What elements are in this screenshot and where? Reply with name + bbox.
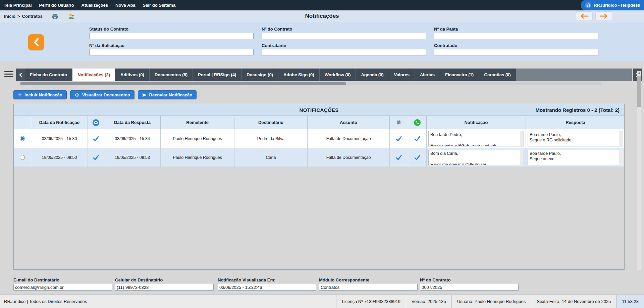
tab-documentos-6[interactable]: Documentos (6) bbox=[150, 69, 193, 81]
cell-assunto: Falta de Documentação bbox=[308, 148, 390, 167]
header-destinatario: Destinatário bbox=[234, 116, 308, 129]
filter-numero-pasta-input[interactable] bbox=[434, 33, 598, 39]
detail-numero-contrato: Nº do Contrato bbox=[420, 277, 519, 291]
breadcrumb-home[interactable]: Início bbox=[4, 14, 15, 19]
top-menubar: Tela Principal Perfil do Usuário Atualiz… bbox=[0, 0, 644, 10]
visualizar-documentos-button[interactable]: Visualizar Documentos bbox=[70, 90, 135, 99]
row-select-0[interactable] bbox=[20, 136, 25, 141]
cell-data-resposta: 03/06/2025 - 15:34 bbox=[104, 129, 161, 148]
check-icon bbox=[408, 148, 427, 167]
filter-contratado-input[interactable] bbox=[434, 49, 598, 55]
row-select-1[interactable] bbox=[20, 155, 25, 160]
users-icon[interactable] bbox=[67, 12, 75, 20]
cell-assunto: Falta de Documentação bbox=[308, 129, 390, 148]
filter-status-contrato-label: Status do Contrato bbox=[89, 27, 254, 32]
table-title: NOTIFICAÇÕES bbox=[300, 107, 339, 113]
header-data-notificacao: Data da Notificação bbox=[31, 116, 88, 129]
filter-contratante-label: Contratante bbox=[262, 43, 426, 48]
incluir-notificacao-label: Incluir Notificação bbox=[24, 92, 62, 97]
horizontal-scrollbar[interactable] bbox=[20, 82, 602, 85]
detail-modulo-label: Módulo Correspondente bbox=[319, 277, 418, 282]
detail-modulo-correspondente: Módulo Correspondente bbox=[319, 277, 418, 291]
tab-workflow-0[interactable]: Workflow (0) bbox=[320, 69, 356, 81]
menu-sair-sistema[interactable]: Sair do Sistema bbox=[139, 3, 179, 8]
vertical-scrollbar[interactable] bbox=[637, 71, 641, 270]
reenviar-notificacao-label: Reenviar Notificação bbox=[149, 92, 193, 97]
tab-docusign-0[interactable]: Docusign (0) bbox=[241, 69, 278, 81]
incluir-notificacao-button[interactable]: Incluir Notificação bbox=[13, 90, 67, 99]
filter-numero-contrato-input[interactable] bbox=[262, 33, 426, 39]
breadcrumb-current[interactable]: Contratos bbox=[22, 14, 43, 19]
filter-numero-pasta-label: Nº da Pasta bbox=[434, 27, 598, 32]
tab-financeiro-1[interactable]: Financeiro (1) bbox=[440, 69, 479, 81]
filter-numero-solicitacao-input[interactable] bbox=[89, 49, 254, 55]
reenviar-notificacao-button[interactable]: Reenviar Notificação bbox=[138, 90, 197, 99]
tab-bar: Ficha do ContratoNotificações (2)Aditivo… bbox=[16, 69, 632, 81]
arrow-right-icon bbox=[599, 13, 608, 19]
whatsapp-icon bbox=[408, 116, 427, 129]
footer-version: Versão: 2025-135 bbox=[406, 295, 451, 308]
check-icon bbox=[88, 148, 104, 167]
filter-grid: Status do Contrato Nº do Contrato Nº da … bbox=[89, 27, 598, 55]
header-data-resposta: Data da Resposta bbox=[104, 116, 161, 129]
filter-contratante: Contratante bbox=[262, 43, 426, 56]
filter-numero-solicitacao-label: Nº da Solicitação bbox=[89, 43, 254, 48]
notificacao-visualizada-input[interactable] bbox=[218, 284, 316, 291]
check-icon bbox=[88, 129, 104, 148]
footer-date: Sexta-Feira, 14 de Novembro de 2025 bbox=[531, 295, 616, 308]
tab-aditivos-0[interactable]: Aditivos (0) bbox=[115, 69, 150, 81]
filter-status-contrato-input[interactable] bbox=[89, 33, 254, 39]
navigate-next-button[interactable] bbox=[595, 11, 612, 21]
table-header-row: Data da Notificação Data da Resposta Rem… bbox=[14, 116, 624, 129]
tab-scroll-left-button[interactable] bbox=[16, 69, 25, 81]
tab-alertas[interactable]: Alertas bbox=[415, 69, 440, 81]
filter-contratante-input[interactable] bbox=[262, 49, 426, 55]
back-button[interactable] bbox=[28, 34, 44, 50]
helpdesk-label: RRJurídico - Helpdesk bbox=[594, 3, 640, 8]
celular-destinatario-input[interactable] bbox=[115, 284, 214, 291]
menu-tela-principal[interactable]: Tela Principal bbox=[0, 3, 36, 8]
headset-icon bbox=[585, 2, 591, 8]
chevron-left-icon bbox=[19, 73, 22, 77]
helpdesk-badge[interactable]: RRJurídico - Helpdesk bbox=[581, 0, 644, 10]
tab-bar-tabs: Ficha do ContratoNotificações (2)Aditivo… bbox=[25, 69, 516, 81]
menu-nova-aba[interactable]: Nova Aba bbox=[112, 3, 139, 8]
send-icon bbox=[142, 93, 147, 97]
tab-agenda-0[interactable]: Agenda (0) bbox=[356, 69, 389, 81]
notificacao-textarea[interactable]: Bom dia Carla, Favor me enviar o CPF do … bbox=[428, 150, 524, 165]
filter-numero-solicitacao: Nº da Solicitação bbox=[89, 43, 254, 56]
navigate-previous-button[interactable] bbox=[576, 11, 593, 21]
horizontal-scrollbar-thumb[interactable] bbox=[20, 82, 346, 85]
tab-ficha-do-contrato[interactable]: Ficha do Contrato bbox=[25, 69, 72, 81]
eye-icon bbox=[88, 116, 104, 129]
vertical-scrollbar-thumb[interactable] bbox=[637, 76, 641, 107]
filter-numero-contrato-label: Nº do Contrato bbox=[262, 27, 426, 32]
paperclip-icon bbox=[390, 116, 408, 129]
filter-contratado: Contratado bbox=[434, 43, 598, 56]
tab-portal-rrsign-4[interactable]: Portal | RRSign (4) bbox=[193, 69, 241, 81]
filter-status-contrato: Status do Contrato bbox=[89, 27, 254, 39]
detail-visualizada-label: Notificação Visualizada Em: bbox=[218, 277, 316, 282]
scroll-up-arrow-icon[interactable] bbox=[637, 71, 641, 75]
tab-garantias-0[interactable]: Garantias (0) bbox=[479, 69, 516, 81]
toolbar: Incluir Notificação Visualizar Documento… bbox=[13, 90, 197, 99]
notificacao-textarea[interactable]: Boa tarde Pedro, Favor enviar o RG do re… bbox=[428, 131, 524, 146]
tab-valores[interactable]: Valores bbox=[389, 69, 415, 81]
modulo-correspondente-input[interactable] bbox=[319, 284, 418, 291]
tab-notificacoes-2[interactable]: Notificações (2) bbox=[72, 69, 115, 81]
tab-adobe-sign-0[interactable]: Adobe Sign (0) bbox=[278, 69, 320, 81]
numero-contrato-input[interactable] bbox=[420, 284, 519, 291]
resposta-textarea[interactable]: Boa tarde Paulo, Segue o RG solicitado. bbox=[528, 131, 623, 146]
menu-perfil-usuario[interactable]: Perfil do Usuário bbox=[36, 3, 78, 8]
hamburger-menu-icon[interactable] bbox=[4, 71, 13, 78]
visualizar-documentos-label: Visualizar Documentos bbox=[82, 92, 130, 97]
menu-atualizacoes[interactable]: Atualizações bbox=[78, 3, 112, 8]
filter-contratado-label: Contratado bbox=[434, 43, 598, 48]
cell-destinatario: Pedro da Silva bbox=[234, 129, 308, 148]
header-remetente: Remetente bbox=[161, 116, 234, 129]
cell-data-notificacao: 19/05/2025 - 09:50 bbox=[31, 148, 88, 167]
records-info: Mostrando Registros 0 - 2 (Total: 2) bbox=[535, 104, 620, 116]
resposta-textarea[interactable]: Boa tarde Paulo, Segue anexo. bbox=[528, 150, 623, 165]
printer-icon[interactable] bbox=[51, 12, 59, 20]
email-destinatario-input[interactable] bbox=[13, 284, 112, 291]
